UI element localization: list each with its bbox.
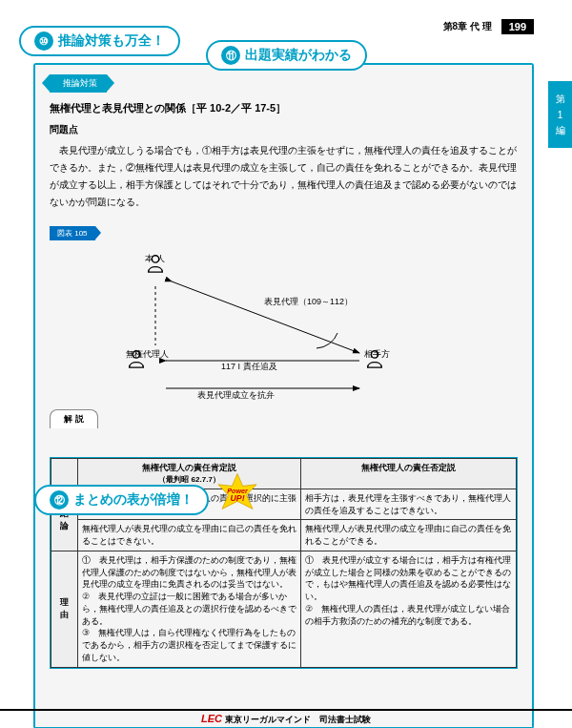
inference-badge: 推論対策 bbox=[50, 74, 107, 93]
person-icon bbox=[145, 253, 166, 274]
chapter-label: 第8章 代 理 bbox=[443, 20, 492, 33]
lec-logo: LEC bbox=[201, 713, 222, 724]
diagram-label: 表見代理（109～112） bbox=[264, 296, 353, 308]
diagram-label: 表見代理成立を抗弁 bbox=[197, 389, 275, 402]
table-cell: 無権代理人が表見代理の成立を理由に自己の責任を免れることはできない。 bbox=[78, 520, 301, 551]
svg-point-8 bbox=[133, 351, 139, 358]
page-footer: LEC東京リーガルマインド 司法書士試験 bbox=[0, 709, 572, 728]
col-deny: 無権代理人の責任否定説 bbox=[301, 459, 517, 489]
person-icon bbox=[364, 348, 385, 369]
callout-num-10: ⑩ bbox=[34, 31, 53, 51]
person-icon bbox=[126, 348, 147, 369]
svg-point-9 bbox=[371, 351, 378, 358]
table-cell: 無権代理人が表見代理の成立を理由に自己の責任を免れることができる。 bbox=[301, 520, 517, 551]
callout-num-12: ⑫ bbox=[50, 490, 69, 510]
callout-11: ⑪ 出題実績がわかる bbox=[206, 40, 367, 71]
topic-title: 無権代理と表見代理との関係［平 10-2／平 17-5］ bbox=[50, 101, 518, 115]
table-cell: 相手方は，表見代理を主張すべきであり，無権代理人の責任を追及することはできない。 bbox=[301, 489, 517, 520]
callout-num-11: ⑪ bbox=[221, 46, 240, 65]
problem-heading: 問題点 bbox=[50, 123, 518, 136]
explanation-tab: 解 説 bbox=[50, 409, 98, 428]
main-content-frame: 推論対策 無権代理と表見代理との関係［平 10-2／平 17-5］ 問題点 表見… bbox=[33, 63, 534, 728]
diagram-label: 117 I 責任追及 bbox=[221, 361, 277, 373]
svg-point-7 bbox=[152, 256, 158, 262]
chart-badge: 図表 105 bbox=[50, 226, 95, 240]
row-reason: 理 由 bbox=[51, 551, 78, 667]
table-cell: ① 表見代理は，相手方保護のための制度であり，無権代理人保護のための制度ではない… bbox=[78, 551, 301, 667]
power-up-badge: Power UP! bbox=[214, 472, 260, 518]
table-cell: ① 表見代理が成立する場合には，相手方は有権代理が成立した場合と同様の効果を収め… bbox=[301, 551, 517, 667]
callout-12: ⑫ まとめの表が倍増！ bbox=[34, 485, 209, 515]
svg-text:UP!: UP! bbox=[230, 493, 244, 503]
relationship-diagram: 本 人 無権代理人 相手方 表見代理（109～112） 117 I 責任追及 表… bbox=[50, 253, 518, 401]
callout-10: ⑩ 推論対策も万全！ bbox=[19, 26, 180, 56]
page-number: 199 bbox=[501, 19, 534, 34]
problem-text: 表見代理が成立しうる場合でも，①相手方は表見代理の主張をせずに，無権代理人の責任… bbox=[50, 142, 518, 211]
section-tab: 第 1 編 bbox=[548, 81, 572, 148]
